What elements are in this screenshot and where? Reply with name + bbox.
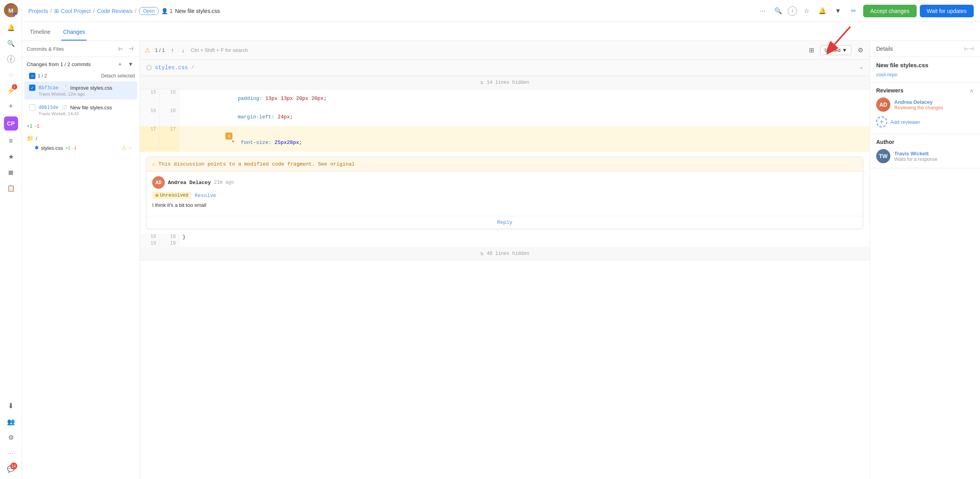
sidebar-download-icon[interactable]: ⬇ xyxy=(4,399,18,413)
diff-line-num-17-right: 17 xyxy=(160,126,179,152)
commit-checkbox-2[interactable] xyxy=(29,104,35,111)
breadcrumb-project[interactable]: Cool Project xyxy=(61,8,90,14)
diff-line-num-19-right: 19 xyxy=(160,240,179,247)
right-panel-collapse-icon[interactable]: ⊢⊣ xyxy=(964,46,974,52)
lines-hidden-top-label: 14 lines hidden xyxy=(487,80,529,85)
tab-changes[interactable]: Changes xyxy=(61,24,87,41)
breadcrumb-projects[interactable]: Projects xyxy=(28,8,48,14)
chat-badge: 14 xyxy=(10,462,17,470)
sidebar-list-icon[interactable]: ≡ xyxy=(4,134,18,148)
sidebar: M M 🔔 🔍 i ☆ ⚡ 1 + CP ≡ ★ xyxy=(0,0,22,479)
sidebar-more-icon[interactable]: ··· xyxy=(4,446,18,460)
diff-line-num-15-left: 15 xyxy=(140,89,160,108)
commit-meta-1: Travis Wickett, 12m ago xyxy=(39,92,133,96)
file-warning-icon: ⚠ xyxy=(122,145,126,151)
sidebar-info-icon[interactable]: i xyxy=(4,52,18,66)
sidebar-team-icon[interactable]: 👥 xyxy=(4,415,18,429)
panel-collapse-icon[interactable]: ⊢ xyxy=(117,45,125,53)
topbar-chevron-icon[interactable]: ▼ xyxy=(832,5,844,17)
panel-expand-icon[interactable]: ⊣ xyxy=(127,45,135,53)
expand-bottom-icon[interactable]: ⇅ xyxy=(480,250,483,257)
add-reviewer-icon: + xyxy=(876,116,887,127)
topbar-bell-icon[interactable]: 🔔 xyxy=(816,5,829,17)
unified-view-button[interactable]: Unified ▼ xyxy=(820,45,851,55)
sidebar-plus-icon[interactable]: + xyxy=(4,99,18,113)
add-reviewer-button[interactable]: + Add reviewer xyxy=(876,115,974,129)
commit-item-1[interactable]: ✓ 8bf3cae 📄 Improve styles.css Travis Wi… xyxy=(24,81,137,99)
accept-changes-button[interactable]: Accept changes xyxy=(863,5,917,17)
author-item: TW Travis Wickett Waits for a response xyxy=(876,149,974,163)
plus-icon: + xyxy=(9,102,13,111)
reviewer-status: Reviewing the changes xyxy=(894,105,943,111)
more-icon: ··· xyxy=(8,450,14,456)
diff-line-16: 16 16 margin-left: 24px; xyxy=(140,108,869,126)
diff-line-num-15-right: 15 xyxy=(160,89,179,108)
sidebar-lightning-icon[interactable]: ⚡ 1 xyxy=(4,83,18,98)
nav-down-button[interactable]: ↓ xyxy=(180,46,186,54)
file-tree: 📁 / ✱ styles.css +1 -1 ⚠ ○ xyxy=(22,132,140,154)
commit-item-2[interactable]: d0615de 📄 New file styles.css Travis Wic… xyxy=(24,101,137,119)
topbar-pencil-icon[interactable]: ✏ xyxy=(847,5,860,17)
diff-panel: ⚠ 1 / 1 ↑ ↓ Ctrl + Shift + F for search … xyxy=(140,41,870,479)
sidebar-search-icon[interactable]: 🔍 xyxy=(4,36,18,50)
lightning-badge: 1 xyxy=(12,84,17,90)
status-badge: Open xyxy=(139,7,159,15)
tab-timeline[interactable]: Timeline xyxy=(28,24,52,41)
diff-line-content-17: 1 * font-size: 25px28px; xyxy=(179,126,869,152)
comment-container: ⚠ This discussion points to a modified c… xyxy=(140,152,869,234)
commits-label: Changes from 1 / 2 commits xyxy=(27,61,91,67)
breadcrumb-section[interactable]: Code Reviews xyxy=(97,8,133,14)
range-label: 1 / 2 xyxy=(38,73,47,79)
reviewer-name[interactable]: Andrea Delacey xyxy=(894,99,943,105)
author-info: Travis Wickett Waits for a response xyxy=(894,151,938,162)
sidebar-star2-icon[interactable]: ★ xyxy=(4,149,18,164)
commit-id-1: 8bf3cae xyxy=(39,85,59,90)
reviewers-section: Reviewers ∧ AD Andrea Delacey Reviewing … xyxy=(870,83,980,134)
topbar-star-icon[interactable]: ☆ xyxy=(800,5,813,17)
sidebar-gear-icon[interactable]: ⚙ xyxy=(4,430,18,444)
wait-for-updates-button[interactable]: Wait for updates xyxy=(920,5,974,17)
file-name-label: styles.css xyxy=(41,145,63,151)
avatar[interactable]: M M xyxy=(4,3,18,17)
stat-add: +1 xyxy=(27,123,33,129)
content-area: Commits & Files ⊢ ⊣ Changes from 1 / 2 c… xyxy=(22,41,980,479)
star-icon: ☆ xyxy=(8,70,14,79)
nav-up-button[interactable]: ↑ xyxy=(169,46,175,54)
detach-button[interactable]: Detach selected xyxy=(101,73,135,79)
resolve-button[interactable]: Resolve xyxy=(195,193,216,199)
unresolved-dot xyxy=(155,194,158,197)
file-tree-item-styles[interactable]: ✱ styles.css +1 -1 ⚠ ○ xyxy=(31,143,135,153)
person-icon: 👤 xyxy=(161,8,168,14)
comment-tags: Unresolved Resolve xyxy=(152,192,857,199)
expand-icon[interactable]: ⇅ xyxy=(480,79,483,86)
topbar-actions: ··· 🔍 i ☆ 🔔 ▼ ✏ Accept changes Wait for … xyxy=(756,5,974,17)
file-edit-icon[interactable]: ✏ xyxy=(860,64,863,71)
sidebar-bell-icon[interactable]: 🔔 xyxy=(4,20,18,35)
gear-diff-icon[interactable]: ⚙ xyxy=(856,46,865,55)
sidebar-doc-icon[interactable]: 📋 xyxy=(4,181,18,195)
sidebar-chat-icon[interactable]: 💬 14 xyxy=(4,462,18,476)
left-panel-title: Commits & Files xyxy=(27,46,64,52)
topbar-more-icon[interactable]: ··· xyxy=(756,5,769,17)
settings-icon[interactable]: ⊞ xyxy=(807,46,816,55)
author-label: Author xyxy=(876,139,894,145)
comment-warning-text: This discussion points to a modified cod… xyxy=(158,161,355,167)
sidebar-star-icon[interactable]: ☆ xyxy=(4,68,18,82)
toggle-commits-icon[interactable]: ▼ xyxy=(126,60,135,68)
add-commit-icon[interactable]: + xyxy=(117,60,123,68)
left-panel-actions: ⊢ ⊣ xyxy=(117,45,135,53)
topbar-search-icon[interactable]: 🔍 xyxy=(772,5,785,17)
author-name[interactable]: Travis Wickett xyxy=(894,151,938,157)
reviewers-toggle-icon[interactable]: ∧ xyxy=(970,88,974,94)
reply-button[interactable]: Reply xyxy=(147,216,863,228)
commit-file-icon-1: 📄 xyxy=(62,85,67,90)
diff-line-18: 18 18 } xyxy=(140,234,869,240)
sidebar-project-icon[interactable]: CP xyxy=(4,116,18,131)
details-repo-link[interactable]: cool-repo xyxy=(870,70,980,83)
comment-badge: 1 xyxy=(225,133,232,140)
commit-checkbox-1[interactable]: ✓ xyxy=(29,85,35,91)
chevron-down-icon: ▼ xyxy=(842,47,847,53)
topbar-info-icon[interactable]: i xyxy=(788,6,797,16)
sidebar-board-icon[interactable]: ▦ xyxy=(4,165,18,179)
comment-author: Andrea Delacey xyxy=(168,180,211,186)
